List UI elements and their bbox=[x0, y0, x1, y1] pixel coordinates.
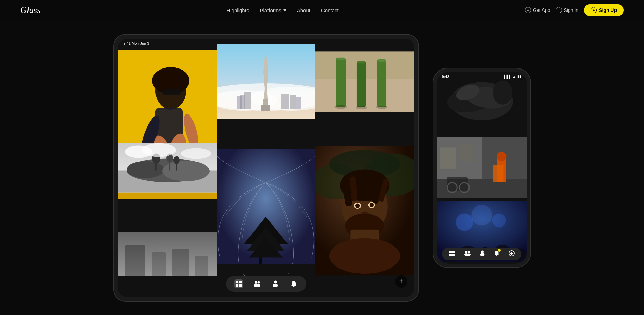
svg-rect-29 bbox=[356, 62, 366, 107]
svg-rect-118 bbox=[452, 251, 454, 253]
signal-icon: ▌▌▌ bbox=[504, 75, 511, 78]
tablet-device: 9:41 Mon Jun 3 bbox=[113, 34, 419, 302]
phone-bell-icon[interactable] bbox=[494, 250, 499, 258]
phone-status-bar: 9:42 ▌▌▌ ▲ ▮▮ bbox=[442, 75, 521, 79]
svg-point-35 bbox=[376, 106, 388, 109]
svg-rect-32 bbox=[378, 59, 386, 62]
phone-grid-icon[interactable] bbox=[448, 250, 455, 258]
grid-icon[interactable] bbox=[234, 279, 243, 288]
phone-bottom-nav bbox=[442, 248, 521, 260]
svg-point-87 bbox=[274, 280, 277, 283]
svg-rect-24 bbox=[296, 97, 301, 109]
tablet-photo-4 bbox=[118, 211, 217, 297]
svg-rect-28 bbox=[336, 57, 345, 60]
tablet-photo-3 bbox=[315, 39, 414, 125]
tablet-time: 9:41 Mon Jun 3 bbox=[124, 41, 149, 45]
phone-person-icon[interactable] bbox=[480, 250, 484, 258]
svg-rect-75 bbox=[125, 245, 145, 276]
circle-plus-icon-yellow: + bbox=[591, 7, 597, 13]
tablet-screen: 9:41 Mon Jun 3 bbox=[118, 39, 414, 297]
svg-point-73 bbox=[329, 238, 400, 273]
svg-rect-18 bbox=[261, 105, 270, 111]
tablet-photo-5 bbox=[217, 125, 315, 297]
add-photo-button[interactable]: + bbox=[395, 275, 407, 288]
tablet-photo-7 bbox=[118, 125, 217, 211]
svg-point-88 bbox=[273, 284, 278, 287]
bell-icon[interactable] bbox=[289, 279, 298, 288]
svg-point-101 bbox=[496, 152, 506, 161]
phone-time: 9:42 bbox=[442, 75, 449, 79]
svg-rect-120 bbox=[452, 254, 454, 256]
wifi-icon: ▲ bbox=[513, 75, 516, 78]
phone-screen: 9:42 ▌▌▌ ▲ ▮▮ bbox=[437, 72, 527, 264]
svg-point-94 bbox=[493, 80, 512, 105]
svg-point-126 bbox=[480, 253, 484, 256]
svg-point-83 bbox=[255, 281, 257, 284]
svg-point-124 bbox=[467, 253, 470, 256]
svg-rect-117 bbox=[449, 251, 451, 253]
svg-rect-78 bbox=[195, 256, 208, 276]
svg-rect-82 bbox=[239, 284, 242, 287]
svg-rect-79 bbox=[236, 281, 238, 283]
svg-rect-23 bbox=[290, 95, 296, 109]
svg-rect-107 bbox=[459, 144, 473, 161]
svg-rect-103 bbox=[447, 177, 467, 191]
svg-point-121 bbox=[465, 251, 467, 253]
navigation: Glass Highlights Platforms About Contact… bbox=[0, 0, 644, 20]
circle-plus-icon: + bbox=[525, 7, 531, 13]
battery-icon: ▮▮ bbox=[517, 75, 521, 78]
svg-rect-119 bbox=[449, 254, 451, 256]
phone-photo-2 bbox=[437, 136, 527, 200]
get-app-button[interactable]: + Get App bbox=[525, 7, 550, 13]
nav-platforms[interactable]: Platforms bbox=[260, 7, 286, 13]
svg-rect-31 bbox=[377, 60, 386, 106]
tablet-bottom-nav bbox=[226, 276, 306, 292]
svg-point-84 bbox=[257, 281, 260, 283]
svg-rect-17 bbox=[263, 99, 268, 105]
svg-point-89 bbox=[293, 286, 294, 287]
svg-point-127 bbox=[496, 255, 497, 256]
svg-point-114 bbox=[456, 213, 473, 231]
svg-rect-21 bbox=[237, 96, 242, 109]
nav-about[interactable]: About bbox=[297, 7, 310, 13]
svg-rect-27 bbox=[336, 58, 346, 106]
tablet-photo-6 bbox=[315, 125, 414, 297]
logo[interactable]: Glass bbox=[20, 5, 40, 15]
svg-rect-106 bbox=[440, 148, 456, 169]
svg-point-48 bbox=[142, 143, 176, 157]
tablet-status-bar: 9:41 Mon Jun 3 bbox=[124, 41, 149, 45]
svg-point-116 bbox=[471, 205, 492, 225]
people-icon[interactable] bbox=[253, 279, 261, 288]
person-icon[interactable] bbox=[271, 279, 280, 288]
phone-photo-1 bbox=[437, 72, 527, 136]
phone-device: 9:42 ▌▌▌ ▲ ▮▮ bbox=[433, 68, 531, 268]
svg-rect-76 bbox=[152, 252, 166, 276]
chevron-down-icon bbox=[283, 9, 286, 11]
svg-point-69 bbox=[369, 203, 374, 207]
svg-rect-9 bbox=[162, 89, 181, 95]
main-content: 9:41 Mon Jun 3 bbox=[0, 0, 644, 315]
svg-point-46 bbox=[173, 156, 180, 164]
tablet-photo-2 bbox=[217, 39, 315, 125]
svg-point-33 bbox=[334, 105, 347, 109]
sign-up-button[interactable]: + Sign Up bbox=[584, 4, 624, 16]
sign-in-button[interactable]: ○ Sign In bbox=[556, 7, 579, 13]
svg-point-122 bbox=[467, 251, 470, 253]
nav-links: Highlights Platforms About Contact bbox=[227, 7, 339, 13]
svg-rect-80 bbox=[239, 281, 242, 283]
phone-plus-icon[interactable] bbox=[509, 250, 515, 258]
nav-contact[interactable]: Contact bbox=[321, 7, 339, 13]
svg-point-115 bbox=[492, 213, 506, 227]
notification-dot bbox=[498, 249, 501, 252]
svg-rect-81 bbox=[236, 284, 238, 287]
svg-rect-102 bbox=[493, 165, 503, 182]
svg-rect-77 bbox=[172, 249, 189, 276]
svg-point-34 bbox=[355, 106, 367, 109]
svg-point-49 bbox=[181, 148, 211, 159]
phone-people-icon[interactable] bbox=[464, 251, 471, 257]
nav-actions: + Get App ○ Sign In + Sign Up bbox=[525, 4, 624, 16]
svg-point-86 bbox=[257, 284, 260, 287]
phone-status-icons: ▌▌▌ ▲ ▮▮ bbox=[504, 75, 521, 78]
nav-highlights[interactable]: Highlights bbox=[227, 7, 249, 13]
svg-point-125 bbox=[481, 250, 483, 253]
